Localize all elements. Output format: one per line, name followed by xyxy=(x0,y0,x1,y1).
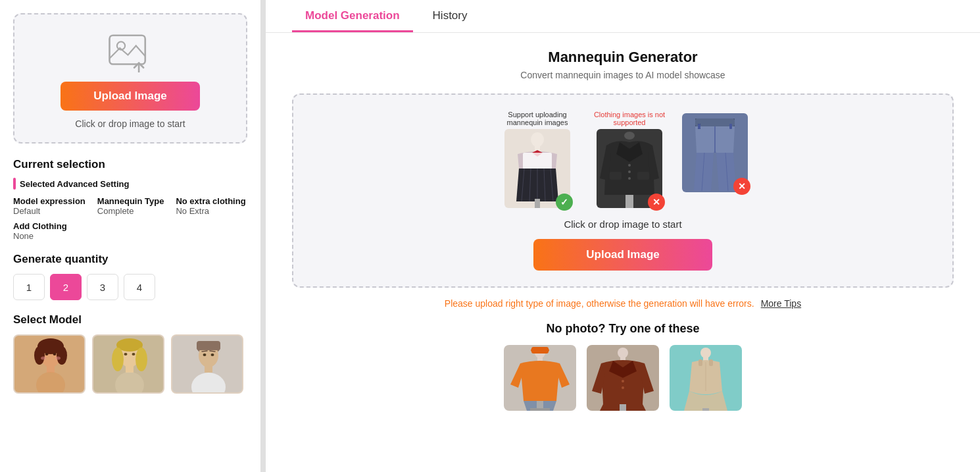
setting-value-mannequin: Complete xyxy=(97,206,164,216)
svg-rect-55 xyxy=(695,118,735,126)
svg-point-19 xyxy=(112,348,124,371)
svg-rect-9 xyxy=(47,366,55,373)
example-bad-jacket-label: Clothing images is not supported xyxy=(590,111,669,126)
model-thumb-1[interactable] xyxy=(13,334,86,394)
settings-row: Model expression Default Mannequin Type … xyxy=(13,196,247,216)
upload-icon xyxy=(107,33,153,72)
example-good: Support uploading mannequin images xyxy=(498,111,577,208)
setting-model-expression: Model expression Default xyxy=(13,196,86,216)
example-good-img-container: ✓ xyxy=(504,129,570,208)
sample-images-row xyxy=(292,345,954,411)
svg-point-47 xyxy=(628,164,631,167)
bad-badge-jacket: ✕ xyxy=(648,194,665,211)
svg-point-32 xyxy=(211,354,214,356)
model-row xyxy=(13,334,247,394)
setting-mannequin-type: Mannequin Type Complete xyxy=(97,196,164,216)
setting-value-extra: No Extra xyxy=(176,206,245,216)
sample-img-1[interactable] xyxy=(504,345,576,411)
svg-point-36 xyxy=(531,132,544,147)
qty-row: 1 2 3 4 xyxy=(13,274,247,300)
svg-rect-68 xyxy=(530,408,550,411)
add-clothing-label: Add Clothing xyxy=(13,221,247,231)
current-selection-title: Current selection xyxy=(13,158,247,171)
example-bad-jacket: Clothing images is not supported xyxy=(590,111,669,208)
example-bad-jeans: ✕ xyxy=(682,111,748,208)
more-tips-link[interactable]: More Tips xyxy=(761,298,801,309)
svg-rect-79 xyxy=(709,359,713,366)
page-subtitle: Convert mannequin images to AI model sho… xyxy=(292,70,954,80)
drop-zone[interactable]: Support uploading mannequin images xyxy=(292,93,954,288)
svg-point-72 xyxy=(622,380,624,382)
svg-point-23 xyxy=(124,353,128,355)
svg-rect-52 xyxy=(625,195,633,208)
left-panel: Upload Image Click or drop image to star… xyxy=(0,0,263,472)
drop-hint: Click or drop image to start xyxy=(564,219,681,230)
svg-rect-44 xyxy=(535,199,540,208)
svg-rect-64 xyxy=(537,357,543,361)
svg-rect-29 xyxy=(205,366,212,373)
example-good-label: Support uploading mannequin images xyxy=(498,111,577,126)
svg-rect-21 xyxy=(126,366,134,373)
main-content: Mannequin Generator Convert mannequin im… xyxy=(266,33,980,427)
setting-value-expression: Default xyxy=(13,206,86,216)
sample-img-2[interactable] xyxy=(587,345,659,411)
svg-line-34 xyxy=(210,351,215,352)
qty-btn-3[interactable]: 3 xyxy=(87,274,118,300)
svg-rect-60 xyxy=(698,124,700,129)
svg-rect-81 xyxy=(702,408,709,411)
setting-label-mannequin: Mannequin Type xyxy=(97,196,164,206)
example-bad-jacket-img-container: ✕ xyxy=(597,129,662,208)
svg-point-14 xyxy=(55,357,61,360)
tabs-bar: Model Generation History xyxy=(266,0,980,33)
svg-point-24 xyxy=(132,353,135,355)
model-thumb-3[interactable] xyxy=(171,334,243,394)
page-title: Mannequin Generator xyxy=(292,49,954,66)
svg-point-11 xyxy=(45,353,49,355)
good-badge: ✓ xyxy=(556,194,573,211)
svg-rect-61 xyxy=(729,124,732,129)
svg-point-46 xyxy=(624,132,635,140)
qty-btn-4[interactable]: 4 xyxy=(124,274,155,300)
svg-rect-74 xyxy=(620,404,626,411)
try-these-title: No photo? Try one of these xyxy=(292,322,954,336)
generate-qty-title: Generate quantity xyxy=(13,253,247,266)
tab-history[interactable]: History xyxy=(420,0,481,32)
upload-area[interactable]: Upload Image Click or drop image to star… xyxy=(13,13,247,144)
selected-tag: Selected Advanced Setting xyxy=(13,178,247,190)
setting-label-extra: No extra clothing xyxy=(176,196,245,206)
svg-point-7 xyxy=(34,346,45,365)
right-panel: Model Generation History Mannequin Gener… xyxy=(266,0,980,472)
svg-point-48 xyxy=(628,170,631,173)
tab-model-generation[interactable]: Model Generation xyxy=(292,0,413,32)
clothing-examples: Support uploading mannequin images xyxy=(498,111,748,208)
svg-line-33 xyxy=(202,351,207,352)
qty-btn-2[interactable]: 2 xyxy=(50,274,82,300)
model-thumb-2[interactable] xyxy=(92,334,164,394)
upload-button-main[interactable]: Upload Image xyxy=(533,239,712,271)
svg-point-20 xyxy=(135,348,147,371)
add-clothing-value: None xyxy=(13,231,247,241)
qty-btn-1[interactable]: 1 xyxy=(13,274,45,300)
svg-rect-66 xyxy=(531,347,549,354)
svg-rect-50 xyxy=(610,172,622,180)
svg-rect-78 xyxy=(698,359,702,366)
svg-point-31 xyxy=(203,354,207,356)
sample-img-3[interactable] xyxy=(670,345,742,411)
setting-label-expression: Model expression xyxy=(13,196,86,206)
select-model-title: Select Model xyxy=(13,313,247,327)
svg-point-73 xyxy=(622,386,624,389)
bad-badge-jeans: ✕ xyxy=(733,178,750,195)
warning-text: Please upload right type of image, other… xyxy=(445,298,754,309)
example-bad-jeans-img-container: ✕ xyxy=(682,113,748,192)
svg-point-70 xyxy=(618,348,628,358)
svg-point-12 xyxy=(53,353,57,355)
warning-row: Please upload right type of image, other… xyxy=(292,298,954,309)
svg-point-76 xyxy=(700,348,711,358)
svg-rect-28 xyxy=(197,341,220,350)
svg-point-49 xyxy=(628,177,631,180)
svg-rect-51 xyxy=(637,172,649,180)
upload-button-left[interactable]: Upload Image xyxy=(61,82,199,111)
upload-hint-left: Click or drop image to start xyxy=(75,118,185,129)
svg-point-13 xyxy=(41,357,46,360)
svg-point-8 xyxy=(57,346,67,365)
